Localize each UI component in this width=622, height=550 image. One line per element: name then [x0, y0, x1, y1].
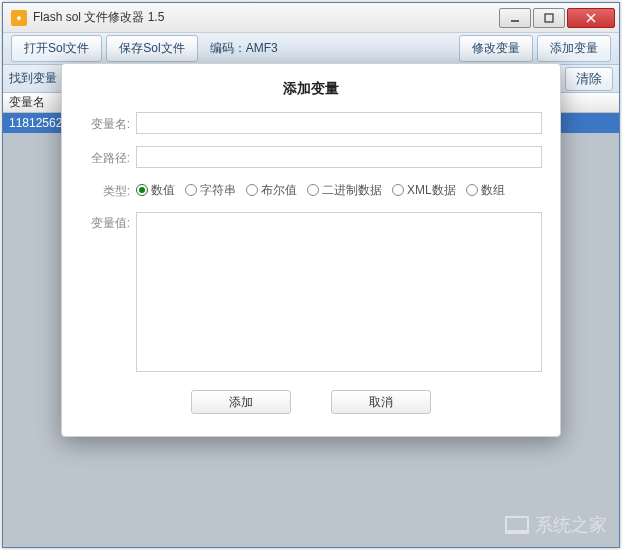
- radio-icon: [466, 184, 478, 196]
- modal-title: 添加变量: [80, 76, 542, 112]
- radio-label: 字符串: [200, 182, 236, 199]
- varname-row: 变量名:: [80, 112, 542, 134]
- type-radio-group: 数值 字符串 布尔值 二进制数据 XML数据: [136, 182, 542, 199]
- radio-boolean[interactable]: 布尔值: [246, 182, 297, 199]
- modify-var-button[interactable]: 修改变量: [459, 35, 533, 62]
- cancel-button[interactable]: 取消: [331, 390, 431, 414]
- type-label: 类型:: [80, 180, 136, 200]
- add-var-button[interactable]: 添加变量: [537, 35, 611, 62]
- searchbar-label: 找到变量: [9, 70, 57, 87]
- add-button[interactable]: 添加: [191, 390, 291, 414]
- radio-array[interactable]: 数组: [466, 182, 505, 199]
- varvalue-label: 变量值:: [80, 212, 136, 232]
- varvalue-row: 变量值:: [80, 212, 542, 372]
- radio-label: 数组: [481, 182, 505, 199]
- window-controls: [499, 8, 615, 28]
- encoding-label: 编码：AMF3: [202, 36, 286, 61]
- close-button[interactable]: [567, 8, 615, 28]
- varvalue-input[interactable]: [136, 212, 542, 372]
- fullpath-row: 全路径:: [80, 146, 542, 168]
- type-row: 类型: 数值 字符串 布尔值 二进制数据: [80, 180, 542, 200]
- radio-label: XML数据: [407, 182, 456, 199]
- radio-icon: [392, 184, 404, 196]
- window-title: Flash sol 文件修改器 1.5: [33, 9, 499, 26]
- svg-rect-1: [545, 14, 553, 22]
- radio-label: 数值: [151, 182, 175, 199]
- open-file-button[interactable]: 打开Sol文件: [11, 35, 102, 62]
- toolbar: 打开Sol文件 保存Sol文件 编码：AMF3 修改变量 添加变量: [3, 33, 619, 65]
- fullpath-label: 全路径:: [80, 147, 136, 167]
- radio-icon: [246, 184, 258, 196]
- titlebar: ● Flash sol 文件修改器 1.5: [3, 3, 619, 33]
- fullpath-input[interactable]: [136, 146, 542, 168]
- varname-input[interactable]: [136, 112, 542, 134]
- radio-label: 二进制数据: [322, 182, 382, 199]
- radio-icon: [185, 184, 197, 196]
- radio-number[interactable]: 数值: [136, 182, 175, 199]
- radio-icon: [136, 184, 148, 196]
- col-varname: 变量名: [9, 94, 45, 111]
- app-icon: ●: [11, 10, 27, 26]
- minimize-button[interactable]: [499, 8, 531, 28]
- varname-label: 变量名:: [80, 113, 136, 133]
- radio-binary[interactable]: 二进制数据: [307, 182, 382, 199]
- cell-varname: 11812562: [9, 116, 62, 130]
- maximize-button[interactable]: [533, 8, 565, 28]
- modal-buttons: 添加 取消: [80, 390, 542, 414]
- save-file-button[interactable]: 保存Sol文件: [106, 35, 197, 62]
- clear-button[interactable]: 清除: [565, 67, 613, 91]
- radio-icon: [307, 184, 319, 196]
- add-variable-dialog: 添加变量 变量名: 全路径: 类型: 数值 字符串: [61, 63, 561, 437]
- radio-xml[interactable]: XML数据: [392, 182, 456, 199]
- radio-label: 布尔值: [261, 182, 297, 199]
- radio-string[interactable]: 字符串: [185, 182, 236, 199]
